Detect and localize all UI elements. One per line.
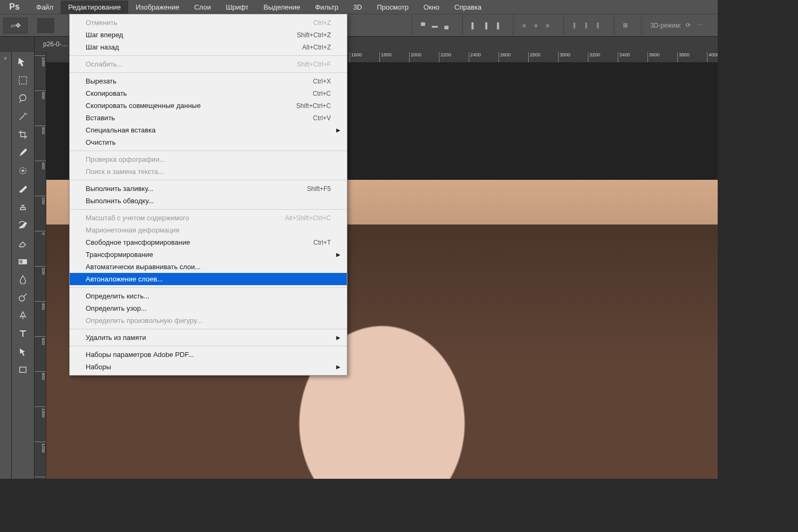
align-left-icon[interactable]: ▌: [468, 20, 479, 31]
menu-item-выполнить-обводку-[interactable]: Выполнить обводку...: [70, 195, 347, 207]
ruler-tick: 2800: [528, 52, 541, 62]
menu-item-label: Шаг вперед: [86, 31, 123, 39]
menu-справка[interactable]: Справка: [447, 1, 489, 14]
eraser-tool[interactable]: [12, 234, 34, 252]
menu-item-label: Наборы: [86, 363, 111, 371]
menu-item-label: Свободное трансформирование: [86, 238, 190, 246]
menu-item-шаг-назад[interactable]: Шаг назадAlt+Ctrl+Z: [70, 41, 347, 53]
path-selection-tool[interactable]: [12, 343, 34, 361]
distribute-right-icon[interactable]: ∥: [593, 20, 603, 31]
menu-item-определить-кисть-[interactable]: Определить кисть...: [70, 290, 347, 302]
menu-item-label: Ослабить...: [86, 60, 123, 68]
distribute-vcenter-icon[interactable]: ≡: [530, 20, 541, 31]
menu-item-скопировать-совмещенные-данные[interactable]: Скопировать совмещенные данныеShift+Ctrl…: [70, 99, 347, 112]
brush-tool[interactable]: [12, 180, 34, 198]
menu-item-label: Автоналожение слоев...: [86, 275, 163, 283]
distribute-left-icon[interactable]: ∥: [569, 20, 580, 31]
crop-tool[interactable]: [12, 126, 34, 144]
menu-item-выполнить-заливку-[interactable]: Выполнить заливку...Shift+F5: [70, 182, 347, 195]
menu-item-масштаб-с-учетом-содержимого: Масштаб с учетом содержимогоAlt+Shift+Ct…: [70, 212, 347, 224]
menu-item-label: Очистить: [86, 138, 116, 146]
menu-шрифт[interactable]: Шрифт: [219, 1, 256, 14]
svg-rect-3: [19, 260, 23, 264]
type-tool[interactable]: [12, 325, 34, 343]
align-bottom-icon[interactable]: ▄: [441, 20, 452, 31]
menu-item-shortcut: Ctrl+T: [313, 239, 331, 246]
ruler-tick: 800: [35, 371, 46, 389]
mode-3d-more-icon[interactable]: ⋯: [694, 20, 705, 31]
blur-tool[interactable]: [12, 270, 34, 288]
menu-item-label: Масштаб с учетом содержимого: [86, 214, 189, 222]
menu-item-shortcut: Ctrl+C: [313, 90, 331, 97]
menu-3d[interactable]: 3D: [346, 1, 370, 14]
distribute-hcenter-icon[interactable]: ∥: [581, 20, 592, 31]
ruler-tick: 400: [35, 301, 46, 319]
move-tool[interactable]: [12, 53, 34, 71]
align-right-icon[interactable]: ▐: [492, 20, 502, 31]
submenu-arrow-icon: ▶: [336, 127, 340, 133]
app-logo: Ps: [0, 2, 29, 12]
menu-item-label: Проверка орфографии...: [86, 155, 165, 163]
menu-слои[interactable]: Слои: [187, 1, 219, 14]
menu-item-скопировать[interactable]: СкопироватьCtrl+C: [70, 87, 347, 99]
ruler-tick: 600: [35, 336, 46, 354]
align-vcenter-icon[interactable]: ▬: [429, 20, 440, 31]
menu-item-определить-произвольную-фигуру-: Определить произвольную фигуру...: [70, 314, 347, 327]
menu-item-очистить[interactable]: Очистить: [70, 136, 347, 148]
ruler-tick: 1600: [350, 52, 362, 62]
doc-preset-well[interactable]: [37, 18, 54, 33]
menu-item-трансформирование[interactable]: Трансформирование▶: [70, 248, 347, 261]
auto-align-icon[interactable]: ⊞: [620, 20, 630, 31]
history-brush-tool[interactable]: [12, 216, 34, 234]
menu-item-автоналожение-слоев-[interactable]: Автоналожение слоев...: [70, 273, 347, 285]
menu-выделение[interactable]: Выделение: [256, 1, 307, 14]
menu-файл[interactable]: Файл: [29, 1, 61, 14]
align-top-icon[interactable]: ▀: [418, 20, 428, 31]
pen-tool[interactable]: [12, 306, 34, 325]
menu-изображение[interactable]: Изображение: [128, 1, 187, 14]
ruler-vertical: 1000800600400200020040060080010001200140…: [35, 52, 46, 479]
menu-item-автоматически-выравнивать-слои-[interactable]: Автоматически выравнивать слои...: [70, 261, 347, 273]
distribute-bottom-icon[interactable]: ≡: [542, 20, 553, 31]
menu-item-вставить[interactable]: ВставитьCtrl+V: [70, 112, 347, 124]
menu-item-label: Вставить: [86, 114, 115, 122]
ruler-tick: 800: [35, 90, 46, 109]
distribute-top-icon[interactable]: ≡: [519, 20, 529, 31]
menu-фильтр[interactable]: Фильтр: [307, 1, 346, 14]
menu-окно[interactable]: Окно: [416, 1, 447, 14]
mode-3d-label: 3D-режим:: [650, 22, 681, 29]
dodge-tool[interactable]: [12, 288, 34, 306]
menu-item-label: Скопировать совмещенные данные: [86, 102, 201, 110]
align-hcenter-icon[interactable]: ▐: [480, 20, 491, 31]
clone-stamp-tool[interactable]: [12, 198, 34, 216]
menu-item-определить-узор-[interactable]: Определить узор...: [70, 302, 347, 314]
menu-item-удалить-из-памяти[interactable]: Удалить из памяти▶: [70, 331, 347, 344]
menu-item-вырезать[interactable]: ВырезатьCtrl+X: [70, 75, 347, 87]
rectangle-tool[interactable]: [12, 361, 34, 379]
menu-редактирование[interactable]: Редактирование: [61, 1, 128, 14]
menu-item-специальная-вставка[interactable]: Специальная вставка▶: [70, 124, 347, 136]
magic-wand-tool[interactable]: [12, 107, 34, 126]
eyedropper-tool[interactable]: [12, 144, 34, 162]
menu-item-свободное-трансформирование[interactable]: Свободное трансформированиеCtrl+T: [70, 236, 347, 248]
menu-item-label: Поиск и замена текста...: [86, 168, 164, 176]
menu-item-label: Определить произвольную фигуру...: [86, 317, 202, 325]
mode-3d-orbit-icon[interactable]: ⟳: [683, 20, 693, 31]
marquee-tool[interactable]: [12, 71, 34, 89]
svg-rect-5: [20, 367, 26, 372]
menu-item-shortcut: Shift+Ctrl+F: [297, 61, 331, 68]
menu-item-наборы-параметров-adobe-pdf-[interactable]: Наборы параметров Adobe PDF...: [70, 348, 347, 361]
menu-item-наборы[interactable]: Наборы▶: [70, 361, 347, 373]
ruler-tick: 3000: [558, 52, 570, 62]
healing-brush-tool[interactable]: [12, 162, 34, 180]
collapsed-panel-strip[interactable]: »: [0, 52, 12, 479]
menu-item-поиск-и-замена-текста-: Поиск и замена текста...: [70, 165, 347, 178]
current-tool-indicator[interactable]: ▱✥: [3, 18, 28, 34]
lasso-tool[interactable]: [12, 89, 34, 107]
menu-item-шаг-вперед[interactable]: Шаг впередShift+Ctrl+Z: [70, 29, 347, 41]
menu-bar: Ps ФайлРедактированиеИзображениеСлоиШриф…: [0, 0, 718, 14]
menu-просмотр[interactable]: Просмотр: [370, 1, 416, 14]
ruler-tick: 1400: [35, 477, 46, 479]
ruler-tick: 3400: [618, 52, 630, 62]
gradient-tool[interactable]: [12, 252, 34, 270]
